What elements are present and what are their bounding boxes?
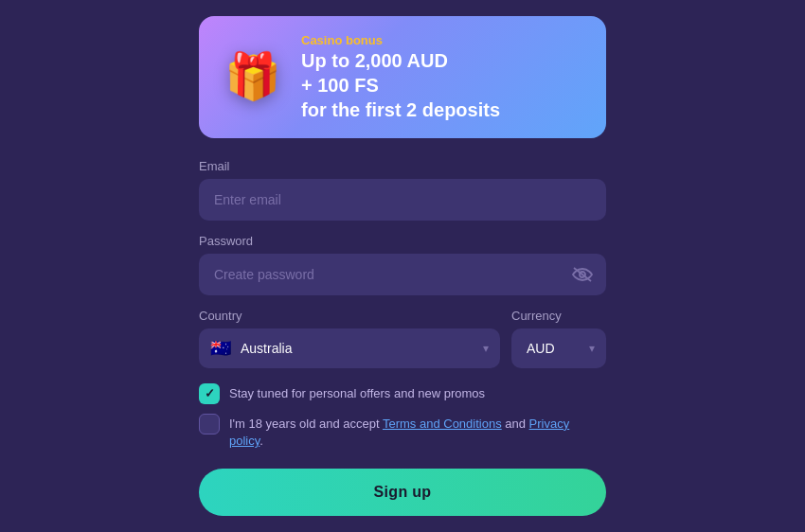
checkbox-terms-text: I'm 18 years old and accept Terms and Co… (229, 414, 606, 450)
toggle-password-button[interactable] (572, 267, 593, 282)
email-input-wrapper (199, 179, 606, 221)
email-input[interactable] (199, 179, 606, 221)
checkbox-offers[interactable]: ✓ (199, 383, 220, 404)
checkbox-group: ✓ Stay tuned for personal offers and new… (199, 383, 606, 450)
currency-select[interactable]: AUD USD GBP CAD NZD (511, 328, 606, 368)
signup-form: Email Password Country (199, 159, 606, 516)
checkmark-icon: ✓ (205, 386, 215, 400)
checkbox-row-2: I'm 18 years old and accept Terms and Co… (199, 414, 606, 450)
currency-label: Currency (511, 309, 606, 323)
country-field-group: Country 🇦🇺 Australia United States Unite… (199, 309, 500, 368)
terms-link[interactable]: Terms and Conditions (383, 417, 502, 431)
country-select-wrapper: 🇦🇺 Australia United States United Kingdo… (199, 328, 500, 368)
password-input-wrapper (199, 254, 606, 295)
password-field-group: Password (199, 234, 606, 295)
email-field-group: Email (199, 159, 606, 221)
country-currency-row: Country 🇦🇺 Australia United States Unite… (199, 309, 606, 368)
bonus-fs: + 100 FS (301, 74, 500, 97)
checkbox-offers-text: Stay tuned for personal offers and new p… (229, 383, 485, 402)
currency-select-wrapper: AUD USD GBP CAD NZD ▾ (511, 328, 606, 368)
checkbox-row-1: ✓ Stay tuned for personal offers and new… (199, 383, 606, 404)
currency-field-group: Currency AUD USD GBP CAD NZD ▾ (511, 309, 606, 368)
password-input[interactable] (199, 254, 606, 295)
signup-modal: 🎁 Casino bonus Up to 2,000 AUD + 100 FS … (199, 16, 606, 516)
checkbox-terms[interactable] (199, 414, 220, 434)
bonus-label: Casino bonus (301, 33, 500, 47)
country-label: Country (199, 309, 500, 323)
bonus-text-block: Casino bonus Up to 2,000 AUD + 100 FS fo… (301, 33, 500, 121)
bonus-amount: Up to 2,000 AUD (301, 49, 500, 72)
country-select[interactable]: Australia United States United Kingdom C… (199, 328, 500, 368)
gift-icon: 🎁 (224, 50, 281, 103)
password-label: Password (199, 234, 606, 248)
signup-button[interactable]: Sign up (199, 469, 606, 516)
email-label: Email (199, 159, 606, 173)
bonus-desc: for the first 2 deposits (301, 98, 500, 121)
bonus-banner: 🎁 Casino bonus Up to 2,000 AUD + 100 FS … (199, 16, 606, 138)
bonus-icon: 🎁 (220, 44, 286, 110)
